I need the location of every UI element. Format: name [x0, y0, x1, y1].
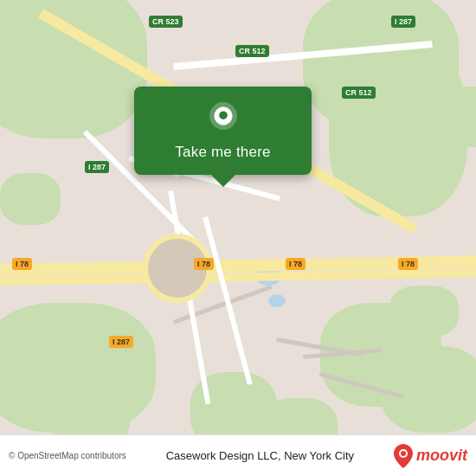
green-area [0, 173, 61, 225]
highway-label-cr512a: CR 512 [235, 45, 269, 57]
highway-label-cr512b: CR 512 [342, 87, 376, 99]
green-area [0, 0, 147, 138]
highway-label-i287c: I 287 [109, 336, 133, 348]
green-area [389, 286, 459, 338]
take-me-there-button[interactable]: Take me there [175, 144, 270, 161]
svg-point-4 [401, 451, 406, 456]
map-attribution: © OpenStreetMap contributors [9, 451, 126, 460]
bottom-bar: © OpenStreetMap contributors Casework De… [0, 434, 476, 476]
local-road [203, 216, 253, 385]
highway-label-i287b: I 287 [85, 161, 109, 173]
location-pin-icon [206, 102, 241, 137]
green-area [381, 346, 476, 433]
highway-label-i78a: I 78 [12, 258, 32, 270]
moovit-logo: moovit [394, 444, 467, 468]
highway-label-cr523: CR 523 [149, 16, 183, 28]
highway-label-i78d: I 78 [398, 258, 418, 270]
map-background [0, 0, 476, 476]
popup-card: Take me there [134, 87, 312, 175]
map-container: CR 523 CR 512 CR 512 I 287 I 287 I 287 I… [0, 0, 476, 476]
highway-label-i287a: I 287 [391, 16, 415, 28]
moovit-pin-icon [394, 444, 413, 468]
green-area [424, 87, 476, 147]
highway-label-i78c: I 78 [286, 258, 306, 270]
moovit-brand-name: moovit [416, 447, 467, 465]
water-body [268, 294, 286, 307]
svg-point-2 [219, 111, 228, 119]
highway-label-i78b: I 78 [194, 258, 214, 270]
location-label: Casework Design LLC, New York City [166, 449, 354, 462]
